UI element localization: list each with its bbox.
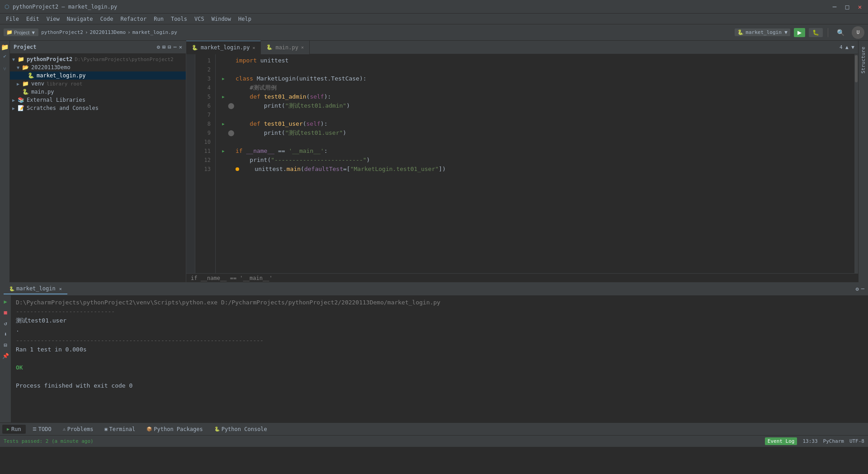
tab-main[interactable]: 🐍 main.py ✕	[261, 41, 310, 54]
python-main-icon: 🐍	[22, 89, 29, 95]
menu-navigate[interactable]: Navigate	[63, 15, 97, 23]
run-btn-5[interactable]: ▶	[220, 94, 226, 100]
project-header-icons: ⚙ ⊞ ⊟ ⋯ ✕	[157, 44, 182, 50]
gutter-breakpoints	[186, 54, 195, 273]
run-pin-btn[interactable]: 📌	[1, 351, 10, 360]
line-num-10: 10	[195, 137, 211, 147]
run-status: OK	[16, 363, 863, 372]
tree-label-scratches: Scratches and Consoles	[27, 105, 99, 111]
tree-item-main[interactable]: 🐍 main.py	[10, 88, 186, 96]
bottom-tab-packages[interactable]: 📦 Python Packages	[142, 425, 207, 434]
settings-icon[interactable]: ⋯	[174, 44, 177, 50]
menu-tools[interactable]: Tools	[167, 15, 191, 23]
func-name-8: test01_user	[264, 119, 303, 128]
run-play-btn[interactable]: ▶	[1, 297, 10, 306]
toolbar-sep	[828, 28, 828, 37]
commit-strip-icon[interactable]: ✔	[1, 52, 9, 60]
bottom-tab-console[interactable]: 🐍 Python Console	[210, 425, 272, 434]
menu-refactor[interactable]: Refactor	[117, 15, 150, 23]
user-avatar[interactable]: U	[852, 26, 864, 39]
structure-tab[interactable]: Structure	[859, 43, 867, 77]
minimize-run-icon[interactable]: ─	[861, 286, 864, 292]
tests-status: Tests passed: 2 (a minute ago)	[4, 438, 94, 444]
run-filter-btn[interactable]: ⊟	[1, 341, 10, 350]
tree-item-scratches[interactable]: ▶ 📝 Scratches and Consoles	[10, 104, 186, 112]
minimize-button[interactable]: ─	[831, 3, 838, 10]
bottom-tab-run[interactable]: ▶ Run	[2, 425, 26, 434]
tab-market-login[interactable]: 🐍 market_login.py ✕	[186, 41, 261, 54]
tree-item-external-libs[interactable]: ▶ 📚 External Libraries	[10, 96, 186, 104]
bottom-tab-todo[interactable]: ☰ TODO	[28, 425, 56, 434]
tab-close-market-login[interactable]: ✕	[252, 45, 255, 50]
tab-close-main[interactable]: ✕	[301, 45, 304, 50]
search-button[interactable]: 🔍	[833, 28, 848, 38]
main-area: 📁 ✔ ⑂ Project ⚙ ⊞ ⊟ ⋯ ✕ ▼ 📁 pythonProjec…	[0, 41, 868, 282]
code-content[interactable]: import unittest ▶ class MarketLogin(unit…	[216, 54, 854, 273]
tree-label-main: main.py	[31, 89, 54, 95]
maximize-button[interactable]: □	[844, 3, 851, 10]
run-panel: 🐍 market_login ✕ ⚙ ─ ▶ ■ ↺ ⬇ ⊟ 📌 D:\Pych…	[0, 282, 868, 422]
settings-run-icon[interactable]: ⚙	[856, 286, 859, 292]
collapse-all-icon[interactable]: ⊟	[168, 44, 171, 50]
toolbar: 📁 Project ▼ pythonProject2 › 20220113Dem…	[0, 24, 868, 41]
console-icon: 🐍	[214, 427, 220, 431]
menu-file[interactable]: File	[2, 15, 23, 23]
run-panel-header: 🐍 market_login ✕ ⚙ ─	[0, 283, 868, 295]
string-6: "测试test01.admin"	[285, 101, 347, 110]
run-config-icon: 🐍	[737, 29, 744, 35]
menu-run[interactable]: Run	[150, 15, 167, 23]
func-name-5: test01_admin	[264, 92, 307, 101]
run-btn-8[interactable]: ▶	[220, 121, 226, 127]
tree-item-market-login[interactable]: 🐍 market_login.py	[10, 71, 186, 80]
hide-panel-icon[interactable]: ✕	[179, 44, 182, 50]
project-strip-icon[interactable]: 📁	[1, 43, 9, 51]
bookmark-4	[228, 85, 234, 91]
project-panel: Project ⚙ ⊞ ⊟ ⋯ ✕ ▼ 📁 pythonProject2 D:\…	[10, 41, 186, 282]
bottom-tab-terminal[interactable]: ▣ Terminal	[100, 425, 140, 434]
line-num-9: 9	[195, 128, 211, 137]
run-cmd-line: D:\PycharmProjects\pythonProject2\venv\S…	[16, 298, 863, 307]
event-log-btn[interactable]: Event Log	[765, 437, 797, 445]
dunder-name-11: __name__	[246, 147, 274, 156]
debug-button[interactable]: 🐛	[809, 28, 823, 37]
tree-item-venv[interactable]: ▶ 📁 venv library root	[10, 80, 186, 88]
run-button[interactable]: ▶	[794, 28, 805, 37]
menu-vcs[interactable]: VCS	[191, 15, 208, 23]
project-selector[interactable]: 📁 Project ▼	[4, 28, 38, 36]
scroll-thumb[interactable]	[855, 55, 858, 82]
run-btn-3[interactable]: ▶	[220, 76, 226, 82]
editor-scrollbar[interactable]	[854, 54, 858, 273]
right-sidebar-strip: Structure	[858, 41, 868, 282]
run-output-2: .	[16, 325, 863, 334]
tree-item-demo-folder[interactable]: ▼ 📂 20220113Demo	[10, 63, 186, 71]
run-stop-btn[interactable]: ■	[1, 308, 10, 317]
menu-code[interactable]: Code	[97, 15, 117, 23]
main-string-11: '__main__'	[288, 147, 324, 156]
tree-item-root[interactable]: ▼ 📁 pythonProject2 D:\PycharmProjects\py…	[10, 55, 186, 63]
sync-icon[interactable]: ⚙	[157, 44, 160, 50]
run-panel-body: ▶ ■ ↺ ⬇ ⊟ 📌 D:\PycharmProjects\pythonPro…	[0, 295, 868, 422]
menu-view[interactable]: View	[43, 15, 63, 23]
tab-python-icon-1: 🐍	[192, 45, 198, 51]
bottom-tab-terminal-label: Terminal	[109, 426, 135, 432]
menu-help[interactable]: Help	[235, 15, 255, 23]
bottom-tab-problems[interactable]: ⚠ Problems	[58, 425, 98, 434]
run-separator-2: ----------------------------------------…	[16, 336, 863, 345]
menu-edit[interactable]: Edit	[23, 15, 43, 23]
breadcrumb: pythonProject2 › 20220113Demo › market_l…	[41, 29, 177, 35]
menu-window[interactable]: Window	[208, 15, 235, 23]
time-display: 13:33	[802, 438, 817, 444]
close-button[interactable]: ✕	[856, 3, 863, 10]
chevron-right-icon-libs: ▶	[12, 98, 18, 103]
vcs-strip-icon[interactable]: ⑂	[1, 65, 9, 73]
chevron-down-icon: ▼	[12, 57, 18, 62]
run-tab-market-login[interactable]: 🐍 market_login ✕	[4, 284, 67, 294]
run-rerun-btn[interactable]: ↺	[1, 319, 10, 328]
line-num-13: 13	[195, 165, 211, 174]
run-config-selector[interactable]: 🐍 market_login ▼	[735, 28, 790, 36]
run-btn-11[interactable]: ▶	[220, 148, 226, 154]
run-scroll-btn[interactable]: ⬇	[1, 330, 10, 339]
run-tab-close[interactable]: ✕	[59, 286, 62, 291]
line-indicator: 4 ▲ ▼	[836, 44, 858, 50]
expand-all-icon[interactable]: ⊞	[162, 44, 165, 50]
